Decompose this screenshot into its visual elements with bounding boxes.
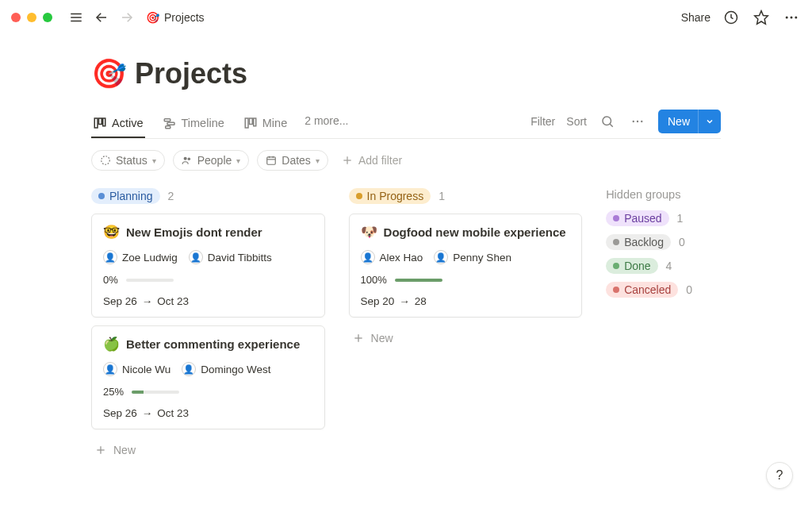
progress-bar (395, 279, 442, 282)
status-tag[interactable]: In Progress (349, 188, 431, 204)
tab-timeline[interactable]: Timeline (161, 111, 226, 137)
svg-rect-27 (267, 157, 276, 164)
page-title-row: 🎯 Projects (91, 57, 721, 90)
svg-marker-6 (755, 11, 768, 25)
board-column: In Progress1🐶Dogfood new mobile experien… (349, 188, 583, 461)
add-card-label: New (113, 444, 136, 456)
add-card-label: New (371, 332, 393, 344)
menu-icon[interactable] (67, 8, 86, 27)
board-card[interactable]: 🤓New Emojis dont render👤Zoe Ludwig👤David… (91, 214, 325, 318)
add-filter-button[interactable]: Add filter (341, 154, 402, 167)
status-label: Canceled (624, 283, 671, 296)
hidden-group-item[interactable]: Done4 (606, 258, 721, 274)
card-title-row: 🤓New Emojis dont render (103, 224, 313, 241)
new-button[interactable]: New (658, 110, 721, 133)
arrow-right-icon: → (142, 407, 153, 419)
status-tag[interactable]: Planning (91, 188, 160, 204)
chevron-down-icon: ▾ (236, 156, 240, 165)
status-dot-icon (613, 287, 619, 293)
status-dot-icon (613, 263, 619, 269)
forward-button[interactable] (117, 8, 136, 27)
group-count: 0 (679, 236, 685, 248)
tab-mine[interactable]: Mine (242, 111, 289, 137)
filter-status[interactable]: Status ▾ (91, 150, 165, 171)
date-to: Oct 23 (157, 295, 189, 307)
avatar: 👤 (361, 250, 375, 264)
svg-rect-10 (94, 118, 98, 128)
person-name: Zoe Ludwig (122, 252, 178, 264)
maximize-window-button[interactable] (43, 13, 52, 22)
card-emoji-icon: 🍏 (103, 336, 120, 352)
share-button[interactable]: Share (681, 11, 710, 24)
arrow-right-icon: → (142, 295, 153, 307)
progress-bar (126, 279, 174, 282)
status-icon (100, 155, 111, 166)
card-progress: 100% (361, 274, 571, 286)
help-button[interactable]: ? (766, 462, 793, 489)
card-emoji-icon: 🤓 (103, 224, 120, 241)
sort-button[interactable]: Sort (566, 115, 587, 128)
status-tag: Backlog (606, 234, 671, 250)
status-tag: Done (606, 258, 657, 274)
svg-point-21 (633, 121, 634, 122)
page-title[interactable]: Projects (135, 57, 247, 90)
status-label: Done (624, 260, 650, 272)
search-icon[interactable] (598, 112, 617, 131)
add-card-button[interactable]: New (91, 439, 325, 461)
card-title: New Emojis dont render (126, 225, 262, 239)
card-progress: 0% (103, 274, 313, 286)
people-icon (182, 155, 193, 166)
card-dates: Sep 26→Oct 23 (103, 295, 313, 307)
date-from: Sep 26 (103, 295, 137, 307)
filter-dates[interactable]: Dates ▾ (257, 150, 328, 171)
column-header[interactable]: Planning2 (91, 188, 325, 204)
svg-rect-13 (164, 119, 170, 121)
svg-point-26 (187, 158, 190, 161)
hidden-group-item[interactable]: Paused1 (606, 210, 721, 226)
status-label: Planning (109, 190, 153, 202)
status-label: Backlog (624, 236, 664, 248)
more-options-icon[interactable] (628, 112, 647, 131)
avatar: 👤 (182, 362, 196, 376)
board: Planning2🤓New Emojis dont render👤Zoe Lud… (91, 188, 721, 461)
tab-active[interactable]: Active (91, 111, 145, 138)
hidden-groups-title: Hidden groups (606, 188, 721, 201)
status-label: In Progress (367, 190, 424, 202)
status-dot-icon (356, 193, 362, 199)
chip-label: Status (116, 154, 147, 167)
person-name: Penny Shen (453, 252, 511, 264)
breadcrumb[interactable]: 🎯 Projects (146, 11, 205, 24)
hidden-group-item[interactable]: Canceled0 (606, 282, 721, 298)
card-title: Dogfood new mobile experience (384, 225, 566, 239)
card-progress: 25% (103, 386, 313, 398)
filter-button[interactable]: Filter (530, 115, 555, 128)
avatar: 👤 (103, 250, 117, 264)
card-people: 👤Zoe Ludwig👤David Tibbitts (103, 250, 313, 264)
topbar-actions: Share (681, 8, 801, 27)
arrow-right-icon: → (399, 295, 410, 307)
filter-people[interactable]: People ▾ (173, 150, 250, 171)
board-card[interactable]: 🐶Dogfood new mobile experience👤Alex Hao👤… (349, 214, 583, 318)
progress-label: 25% (103, 386, 124, 398)
card-dates: Sep 26→Oct 23 (103, 407, 313, 419)
board-card[interactable]: 🍏Better commenting experience👤Nicole Wu👤… (91, 325, 325, 429)
close-window-button[interactable] (11, 13, 21, 22)
more-icon[interactable] (782, 8, 801, 27)
back-button[interactable] (92, 8, 111, 27)
more-tabs-button[interactable]: 2 more... (304, 114, 348, 133)
svg-rect-11 (99, 118, 102, 125)
add-card-button[interactable]: New (349, 327, 583, 349)
progress-bar (132, 391, 179, 394)
hidden-group-item[interactable]: Backlog0 (606, 234, 721, 250)
page-icon[interactable]: 🎯 (91, 57, 127, 90)
chevron-down-icon[interactable] (698, 110, 721, 133)
star-icon[interactable] (752, 8, 771, 27)
plus-icon (341, 154, 354, 167)
card-dates: Sep 20→28 (361, 295, 571, 307)
breadcrumb-title: Projects (164, 11, 205, 24)
minimize-window-button[interactable] (27, 13, 36, 22)
column-header[interactable]: In Progress1 (349, 188, 583, 204)
svg-point-8 (791, 17, 793, 19)
clock-icon[interactable] (722, 8, 741, 27)
svg-rect-15 (165, 126, 170, 129)
